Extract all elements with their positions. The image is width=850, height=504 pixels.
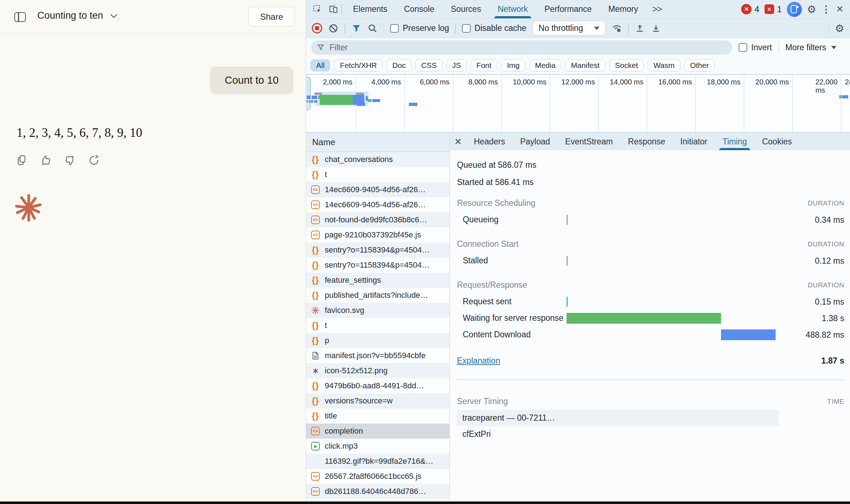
network-settings-gear-icon[interactable]: ⚙ (835, 22, 844, 34)
chip-manifest[interactable]: Manifest (565, 59, 605, 71)
request-row[interactable]: {}sentry?o=1158394&p=4504… (306, 258, 449, 273)
detail-tab-response[interactable]: Response (620, 133, 673, 150)
filter-toggle-icon[interactable] (351, 23, 361, 33)
request-row[interactable]: {}published_artifacts?include… (306, 288, 449, 303)
chip-other[interactable]: Other (684, 59, 715, 71)
request-row[interactable]: {}t (306, 318, 449, 333)
ai-assistance-icon[interactable]: ✦ (787, 2, 802, 17)
request-row[interactable]: favicon.svg (306, 303, 449, 318)
copy-icon[interactable] (16, 154, 28, 166)
chip-font[interactable]: Font (471, 59, 497, 71)
issues-icon[interactable]: ✕ (764, 4, 774, 14)
detail-tab-headers[interactable]: Headers (466, 133, 513, 150)
issues-count[interactable]: 1 (777, 4, 782, 14)
invert-toggle[interactable]: Invert (739, 43, 772, 52)
chip-fetch-xhr[interactable]: Fetch/XHR (334, 59, 383, 71)
request-row[interactable]: <>db261188.64046c448d786… (306, 484, 449, 499)
chip-js[interactable]: JS (447, 59, 467, 71)
more-tabs-icon[interactable]: >> (646, 4, 667, 15)
devtools-tabbar-right: ✕ 4 ✕ 1 ✦ ⚙ ⋮ ✕ (741, 2, 846, 17)
explanation-link[interactable]: Explanation (457, 356, 500, 366)
preserve-log-checkbox[interactable] (390, 24, 399, 33)
close-devtools-icon[interactable]: ✕ (836, 4, 844, 14)
kebab-menu-icon[interactable]: ⋮ (821, 4, 831, 15)
overview-selection-handle[interactable] (306, 77, 311, 110)
chip-media[interactable]: Media (529, 59, 561, 71)
inspect-element-icon[interactable] (311, 3, 324, 15)
count-to-ten-button[interactable]: Count to 10 (210, 66, 294, 94)
request-row[interactable]: {}feature_settings (306, 273, 449, 288)
invert-checkbox[interactable] (739, 43, 747, 52)
conversation-title-menu[interactable]: Counting to ten (37, 10, 117, 21)
devtools-tab-sources[interactable]: Sources (443, 0, 489, 18)
request-row[interactable]: icon-512x512.png (306, 363, 449, 378)
request-name: t (325, 321, 327, 330)
server-timing-title: Server Timing (457, 397, 508, 406)
devtools-tab-elements[interactable]: Elements (345, 0, 396, 18)
detail-tab-payload[interactable]: Payload (513, 133, 558, 150)
devtools-tab-performance[interactable]: Performance (536, 0, 600, 18)
devtools-tab-console[interactable]: Console (396, 0, 442, 18)
device-toolbar-icon[interactable] (327, 3, 339, 15)
disable-cache-toggle[interactable]: Disable cache (462, 23, 526, 33)
image-thumbnail-icon (311, 366, 320, 375)
console-error-count[interactable]: 4 (754, 4, 759, 14)
preserve-log-toggle[interactable]: Preserve log (390, 23, 449, 33)
request-row[interactable]: <>not-found-de9d9fc036b8c6… (306, 212, 449, 227)
thumbs-up-icon[interactable] (40, 154, 52, 166)
request-row[interactable]: {}t (306, 167, 449, 182)
devtools-tab-memory[interactable]: Memory (600, 0, 646, 18)
retry-icon[interactable] (88, 154, 100, 166)
filter-input[interactable]: Filter (311, 40, 732, 55)
record-network-log-icon[interactable] (312, 23, 322, 33)
network-conditions-icon[interactable] (612, 23, 622, 33)
request-row[interactable]: {}p (306, 333, 449, 348)
chip-wasm[interactable]: Wasm (648, 59, 680, 71)
sidebar-toggle-icon[interactable] (14, 12, 26, 22)
request-row[interactable]: {}versions?source=w (306, 393, 449, 408)
detail-tab-cookies[interactable]: Cookies (754, 133, 799, 150)
request-row[interactable]: {}chat_conversations (306, 152, 449, 167)
clear-network-log-icon[interactable] (328, 23, 338, 33)
request-row[interactable]: <>14ec6609-9405-4d56-af26… (306, 182, 449, 197)
detail-tab-eventstream[interactable]: EventStream (558, 133, 620, 150)
chip-css[interactable]: CSS (415, 59, 442, 71)
detail-tab-timing[interactable]: Timing (715, 133, 754, 150)
network-overview-timeline[interactable]: 2,000 ms4,000 ms6,000 ms8,000 ms10,000 m… (306, 74, 850, 133)
request-row[interactable]: {}title (306, 408, 449, 424)
request-row[interactable]: <>completion (306, 424, 449, 439)
request-row[interactable]: {}9479b6b0-aad8-4491-8dd… (306, 378, 449, 393)
request-name: sentry?o=1158394&p=4504… (325, 260, 430, 270)
disable-cache-checkbox[interactable] (462, 24, 471, 33)
chip-socket[interactable]: Socket (609, 59, 644, 71)
request-row[interactable]: <>14ec6609-9405-4d56-af26… (306, 197, 449, 212)
chip-img[interactable]: Img (501, 59, 525, 71)
request-row[interactable]: {}sentry?o=1158394&p=4504… (306, 242, 449, 258)
script-icon: <> (311, 427, 320, 435)
request-row[interactable]: <>page-9210b037392bf45e.js (306, 227, 449, 242)
request-row[interactable]: <>26567.2fa8f6066c1bcc65.js (306, 469, 449, 484)
more-filters-button[interactable]: More filters (785, 43, 836, 52)
request-row[interactable]: <> (306, 499, 449, 501)
request-row[interactable]: manifest.json?v=bb5594cbfe (306, 348, 449, 363)
chip-doc[interactable]: Doc (387, 59, 411, 71)
export-har-icon[interactable] (651, 23, 661, 33)
detail-tab-initiator[interactable]: Initiator (673, 133, 715, 150)
chip-all[interactable]: All (310, 59, 330, 71)
media-play-icon: ▶ (311, 442, 320, 450)
search-icon[interactable] (368, 23, 378, 33)
console-errors-icon[interactable]: ✕ (741, 4, 752, 14)
share-button[interactable]: Share (248, 7, 295, 27)
request-row[interactable]: 116392.gif?bk=99dfa2e716&… (306, 454, 449, 469)
name-column-header[interactable]: Name (306, 133, 449, 152)
script-icon: <> (311, 472, 320, 481)
request-row[interactable]: ▶click.mp3 (306, 439, 449, 454)
overview-waterfall-bar (357, 103, 365, 106)
settings-gear-icon[interactable]: ⚙ (807, 3, 816, 15)
throttling-select[interactable]: No throttling (532, 21, 606, 36)
devtools-tab-network[interactable]: Network (489, 0, 536, 18)
thumbs-down-icon[interactable] (64, 154, 76, 166)
import-har-icon[interactable] (635, 23, 645, 33)
request-name: 14ec6609-9405-4d56-af26… (325, 185, 426, 194)
close-detail-icon[interactable]: ✕ (450, 137, 466, 147)
